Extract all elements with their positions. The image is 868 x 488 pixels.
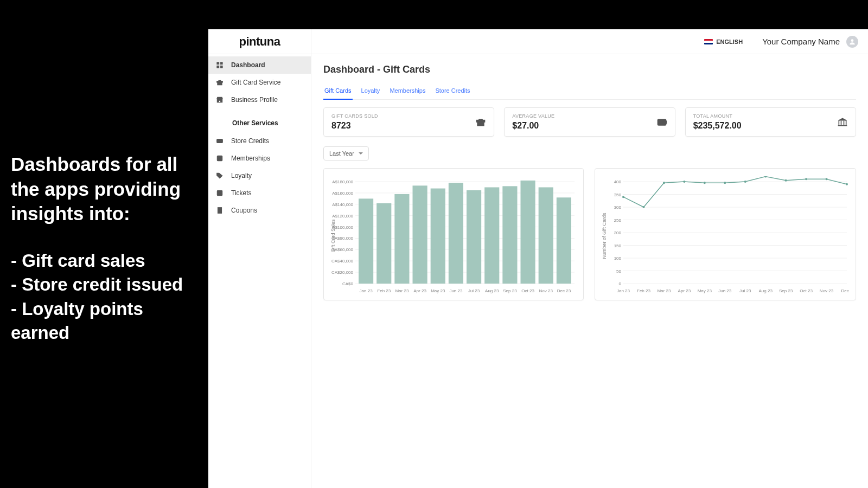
svg-text:A$180,000: A$180,000 xyxy=(332,179,353,184)
badge-icon xyxy=(216,155,224,162)
svg-text:Aug 23: Aug 23 xyxy=(485,288,499,293)
tab-gift-cards[interactable]: Gift Cards xyxy=(323,84,353,99)
tab-memberships[interactable]: Memberships xyxy=(388,84,426,99)
svg-text:CA$0: CA$0 xyxy=(342,281,354,286)
svg-text:Jul 23: Jul 23 xyxy=(739,288,751,293)
wallet-icon xyxy=(656,117,667,127)
bar-Nov 23 xyxy=(539,187,553,284)
bar-Jul 23 xyxy=(467,190,481,284)
bar-Oct 23 xyxy=(521,181,535,284)
svg-rect-4 xyxy=(220,66,222,68)
svg-text:Apr 23: Apr 23 xyxy=(678,288,691,293)
svg-point-96 xyxy=(826,178,828,180)
svg-rect-2 xyxy=(220,62,222,65)
sidebar-item-label: Business Profile xyxy=(231,96,278,104)
company-name: Your Company Name xyxy=(762,37,840,46)
sidebar-item-label: Gift Card Service xyxy=(231,79,280,86)
svg-text:Mar 23: Mar 23 xyxy=(657,288,671,293)
svg-text:Feb 23: Feb 23 xyxy=(637,288,650,293)
svg-text:Sep 23: Sep 23 xyxy=(503,288,517,293)
kpi-label: TOTAL AMOUNT xyxy=(693,113,742,119)
ticket-icon xyxy=(216,189,224,197)
page-title: Dashboard - Gift Cards xyxy=(323,64,856,75)
bullet-loyalty: - Loyalty points earned xyxy=(11,297,197,345)
language-label: ENGLISH xyxy=(716,38,743,45)
svg-text:Mar 23: Mar 23 xyxy=(395,288,409,293)
svg-text:Nov 23: Nov 23 xyxy=(820,288,834,293)
svg-text:Jul 23: Jul 23 xyxy=(468,288,480,293)
kpi-label: GIFT CARDS SOLD xyxy=(331,113,378,119)
svg-point-95 xyxy=(805,178,807,180)
sidebar-item-tickets[interactable]: Tickets xyxy=(208,184,311,202)
sidebar-item-memberships[interactable]: Memberships xyxy=(208,150,311,167)
charts-row: CA$0CA$20,000CA$40,000CA$60,000CA$80,000… xyxy=(323,168,856,300)
svg-text:Aug 23: Aug 23 xyxy=(759,288,773,293)
bar-Dec 23 xyxy=(557,197,571,284)
bullet-store-credit: - Store credit issued xyxy=(11,273,197,297)
svg-point-94 xyxy=(785,179,787,182)
svg-text:Gift Card Sales: Gift Card Sales xyxy=(330,219,336,253)
sidebar: DashboardGift Card ServiceBusiness Profi… xyxy=(208,54,311,488)
sidebar-item-dashboard[interactable]: Dashboard xyxy=(208,56,311,74)
svg-text:50: 50 xyxy=(616,269,621,274)
main-content: Dashboard - Gift Cards Gift CardsLoyalty… xyxy=(311,54,868,488)
svg-rect-3 xyxy=(217,66,219,68)
svg-point-86 xyxy=(622,196,624,198)
gift-icon xyxy=(216,79,224,86)
svg-text:300: 300 xyxy=(614,205,622,210)
svg-text:400: 400 xyxy=(614,179,622,184)
bar-chart-card: CA$0CA$20,000CA$40,000CA$60,000CA$80,000… xyxy=(323,168,584,300)
card-icon xyxy=(216,137,224,145)
kpi-value: 8723 xyxy=(331,121,378,131)
sidebar-item-store-credits[interactable]: Store Credits xyxy=(208,132,311,150)
svg-text:100: 100 xyxy=(614,256,622,261)
sidebar-item-label: Loyalty xyxy=(231,172,252,179)
promo-heading: Dashboards for all the apps providing in… xyxy=(11,152,197,226)
uk-flag-icon xyxy=(704,39,713,44)
svg-text:Oct 23: Oct 23 xyxy=(800,288,813,293)
tab-loyalty[interactable]: Loyalty xyxy=(360,84,381,99)
promo-bullets: - Gift card sales - Store credit issued … xyxy=(11,249,197,345)
store-icon xyxy=(216,96,224,104)
sidebar-heading-other: Other Services xyxy=(208,108,311,132)
kpi-value: $235,572.00 xyxy=(693,121,742,131)
avatar[interactable] xyxy=(846,36,858,48)
svg-rect-7 xyxy=(217,139,223,143)
sidebar-item-gift-card-service[interactable]: Gift Card Service xyxy=(208,74,311,91)
svg-point-89 xyxy=(683,181,685,183)
line-chart: 050100150200250300350400Number of Gift C… xyxy=(601,176,850,296)
sidebar-item-label: Store Credits xyxy=(231,137,269,145)
language-selector[interactable]: ENGLISH xyxy=(704,38,743,45)
sidebar-item-business-profile[interactable]: Business Profile xyxy=(208,91,311,108)
svg-text:Dec 23: Dec 23 xyxy=(557,288,571,293)
svg-point-87 xyxy=(642,206,644,208)
bar-Apr 23 xyxy=(413,185,427,284)
svg-text:200: 200 xyxy=(614,230,622,235)
logo-block: pintuna xyxy=(208,29,311,54)
svg-text:CA$40,000: CA$40,000 xyxy=(331,259,354,264)
bar-Jan 23 xyxy=(359,198,373,284)
sidebar-item-loyalty[interactable]: Loyalty xyxy=(208,167,311,184)
svg-text:A$160,000: A$160,000 xyxy=(332,191,353,196)
svg-text:Oct 23: Oct 23 xyxy=(521,288,534,293)
marketing-sidebar: Dashboards for all the apps providing in… xyxy=(0,0,208,488)
filter-label: Last Year xyxy=(329,150,354,157)
svg-text:Jan 23: Jan 23 xyxy=(617,288,630,293)
receipt-icon: $ xyxy=(216,207,224,214)
bar-Aug 23 xyxy=(484,187,499,284)
sidebar-item-coupons[interactable]: $Coupons xyxy=(208,202,311,219)
kpi-row: GIFT CARDS SOLD8723AVERAGE VALUE$27.00TO… xyxy=(323,107,856,137)
date-range-filter[interactable]: Last Year xyxy=(323,146,369,160)
svg-text:CA$20,000: CA$20,000 xyxy=(331,270,354,275)
svg-text:150: 150 xyxy=(614,243,622,248)
svg-text:A$140,000: A$140,000 xyxy=(332,202,353,207)
svg-point-10 xyxy=(219,157,220,158)
app-window: pintuna ENGLISH Your Company Name Dashbo… xyxy=(208,29,868,488)
svg-point-88 xyxy=(663,182,665,184)
tabs: Gift CardsLoyaltyMembershipsStore Credit… xyxy=(323,84,856,100)
svg-point-11 xyxy=(218,174,219,175)
svg-point-91 xyxy=(724,182,726,184)
topbar: pintuna ENGLISH Your Company Name xyxy=(208,29,868,54)
tab-store-credits[interactable]: Store Credits xyxy=(434,84,471,99)
bullet-gift-cards: - Gift card sales xyxy=(11,249,197,273)
